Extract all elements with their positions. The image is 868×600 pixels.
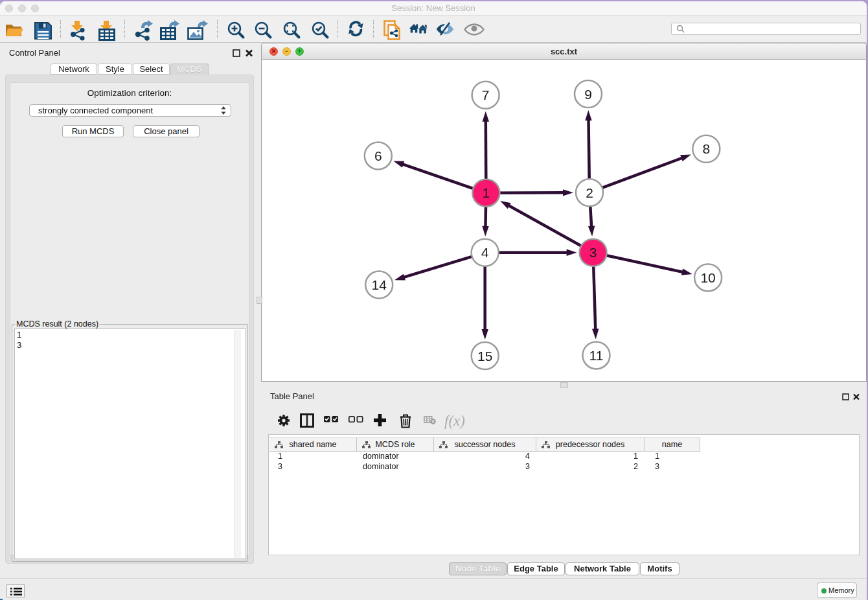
svg-text:9: 9 — [584, 87, 592, 102]
svg-text:11: 11 — [589, 348, 604, 363]
svg-text:14: 14 — [372, 277, 387, 292]
svg-text:10: 10 — [700, 270, 715, 285]
svg-text:3: 3 — [589, 245, 597, 260]
svg-text:6: 6 — [374, 148, 382, 163]
svg-text:f(x): f(x) — [444, 413, 465, 429]
svg-text:15: 15 — [477, 349, 492, 363]
svg-text:4: 4 — [481, 245, 489, 260]
svg-text:8: 8 — [702, 141, 710, 156]
svg-text:2: 2 — [586, 185, 593, 200]
svg-text:1: 1 — [483, 185, 490, 200]
svg-text:7: 7 — [482, 87, 490, 102]
